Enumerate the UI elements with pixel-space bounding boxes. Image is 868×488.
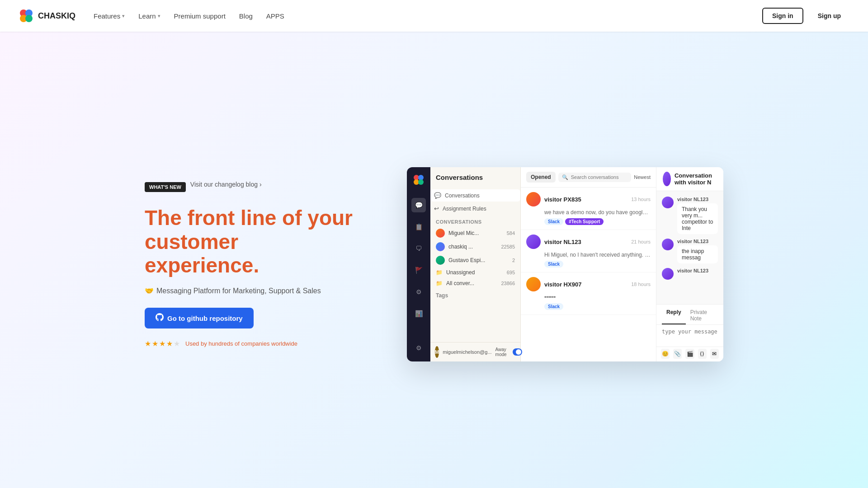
star-2: ★ xyxy=(152,339,158,348)
sidebar-icon-settings-bottom[interactable]: ⚙ xyxy=(411,341,426,355)
conv-nav-assignment-rules[interactable]: ↩ Assignment Rules xyxy=(430,202,520,215)
newest-button[interactable]: Newest xyxy=(634,174,651,180)
search-icon: 🔍 xyxy=(562,174,568,180)
conv-list-left-miguel: Miguel Mic... xyxy=(436,229,479,238)
sidebar-icon-inbox[interactable]: 📋 xyxy=(411,220,426,234)
conv-list-item-chaskiq[interactable]: chaskiq ... 22585 xyxy=(430,240,520,253)
wave-icon: 🤝 xyxy=(145,286,154,295)
sidebar-icon-settings-gear[interactable]: ⚙ xyxy=(411,285,426,299)
unassigned-count: 695 xyxy=(507,270,515,275)
chat-msg-1-content: visitor NL123 Thank you very m... compet… xyxy=(677,197,718,234)
search-box: 🔍 xyxy=(558,173,632,182)
avatar-gustavo xyxy=(436,256,445,265)
logo-text: CHASKIQ xyxy=(38,11,75,21)
avatar-px835 xyxy=(526,192,541,206)
reply-tool-emoji[interactable]: 😊 xyxy=(661,349,670,359)
conv-item-nl123[interactable]: visitor NL123 21 hours Hi Miguel, no I h… xyxy=(521,230,656,272)
nav-premium-support[interactable]: Premium support xyxy=(174,12,226,20)
reply-toolbar: 😊 📎 🎬 ⟨⟩ ✉ xyxy=(656,347,723,361)
main-list-header: Opened 🔍 Newest xyxy=(521,167,656,188)
conv-tags-px835: Slack #Tech Support xyxy=(544,218,651,225)
right-panel-avatar xyxy=(663,172,671,186)
changelog-link[interactable]: Visit our changelog blog › xyxy=(190,181,262,188)
conv-list-name-gustavo: Gustavo Espi... xyxy=(448,257,485,263)
nav-apps[interactable]: APPS xyxy=(266,12,284,20)
conv-badge-gustavo: 2 xyxy=(512,258,515,263)
reply-tool-attach[interactable]: 📎 xyxy=(673,349,682,359)
github-button[interactable]: Go to github repository xyxy=(145,308,254,328)
sidebar-icon-reports[interactable]: 📊 xyxy=(411,306,426,321)
conv-tags-hx907: Slack xyxy=(544,303,651,310)
conv-list-item-unassigned[interactable]: 📁 Unassigned 695 xyxy=(430,267,520,278)
conv-list-item-all[interactable]: 📁 All conver... 23866 xyxy=(430,278,520,289)
avatar-hx907 xyxy=(526,277,541,291)
tab-opened[interactable]: Opened xyxy=(526,172,556,183)
github-icon xyxy=(156,313,164,323)
chat-msg-3-content: visitor NL123 xyxy=(677,268,718,280)
conv-time-nl123: 21 hours xyxy=(631,239,651,244)
sidebar-icon-conversations[interactable]: 💬 xyxy=(411,198,426,212)
reply-tab-reply[interactable]: Reply xyxy=(662,307,686,324)
conv-footer: M miguelmichelson@g... Away mode ⋮ xyxy=(430,342,520,361)
conv-item-px835[interactable]: visitor PX835 13 hours we have a demo no… xyxy=(521,188,656,230)
used-by-text: Used by hundreds of companies worldwide xyxy=(185,340,297,347)
search-input[interactable] xyxy=(571,174,628,180)
nav-learn[interactable]: Learn ▾ xyxy=(138,12,160,20)
tag-tech-px835: #Tech Support xyxy=(565,218,604,225)
logo[interactable]: CHASKIQ xyxy=(18,8,75,24)
chat-messages: visitor NL123 Thank you very m... compet… xyxy=(656,191,723,304)
navbar-right: Sign in Sign up xyxy=(762,8,850,24)
reply-tab-private[interactable]: Private Note xyxy=(686,307,718,324)
whats-new-badge: WHAT'S NEW xyxy=(145,182,186,192)
tag-slack-hx907: Slack xyxy=(544,303,563,310)
logo-icon xyxy=(18,8,34,24)
tag-slack-nl123: Slack xyxy=(544,261,563,267)
nav-blog[interactable]: Blog xyxy=(239,12,253,20)
reply-input[interactable] xyxy=(656,325,723,345)
chat-msg-2-text: the inapp messag xyxy=(677,245,718,263)
star-1: ★ xyxy=(145,339,151,348)
star-3: ★ xyxy=(159,339,165,348)
chat-msg-2-avatar xyxy=(662,239,674,250)
away-mode-toggle[interactable] xyxy=(513,348,522,356)
sidebar-icon-chat[interactable]: 🗨 xyxy=(411,241,426,256)
reply-section: Reply Private Note 😊 📎 🎬 ⟨⟩ ✉ xyxy=(656,304,723,361)
assignment-rules-label: Assignment Rules xyxy=(443,206,486,212)
tags-section: Tags xyxy=(430,289,520,302)
avatar-chaskiq xyxy=(436,242,445,251)
conv-name-px835: visitor PX835 xyxy=(544,196,627,203)
sidebar-icon-flag[interactable]: 🚩 xyxy=(411,263,426,277)
hero-content: WHAT'S NEW Visit our changelog blog › Th… xyxy=(118,140,750,380)
reply-tool-code[interactable]: ⟨⟩ xyxy=(698,349,707,359)
conv-badge-chaskiq: 22585 xyxy=(501,244,515,249)
conv-list-left-all: 📁 All conver... xyxy=(436,280,474,286)
right-panel-header: Conversation with visitor N xyxy=(656,167,723,191)
chat-msg-1-avatar xyxy=(662,197,674,208)
navbar-left: CHASKIQ Features ▾ Learn ▾ Premium suppo… xyxy=(18,8,284,24)
avatar-miguel xyxy=(436,229,445,238)
conv-nav-label: Conversations xyxy=(445,192,480,199)
conv-list-name-miguel: Miguel Mic... xyxy=(448,230,479,236)
conv-msg-hx907: •••••• xyxy=(544,294,651,300)
chat-msg-3: visitor NL123 xyxy=(662,268,718,280)
conv-list-item-miguel[interactable]: Miguel Mic... 584 xyxy=(430,226,520,240)
unassigned-label: Unassigned xyxy=(446,269,475,276)
signin-button[interactable]: Sign in xyxy=(762,8,803,24)
conv-item-hx907[interactable]: visitor HX907 18 hours •••••• Slack xyxy=(521,272,656,315)
chat-msg-2-content: visitor NL123 the inapp messag xyxy=(677,239,718,263)
conv-header: Conversations xyxy=(430,167,520,189)
conv-item-header-px835: visitor PX835 13 hours xyxy=(526,192,651,206)
conv-nav-conversations[interactable]: 💬 Conversations xyxy=(430,189,520,202)
footer-username: miguelmichelson@g... xyxy=(443,349,491,355)
nav-features[interactable]: Features ▾ xyxy=(94,12,125,20)
conv-list-item-gustavo[interactable]: Gustavo Espi... 2 xyxy=(430,253,520,267)
conv-item-header-nl123: visitor NL123 21 hours xyxy=(526,235,651,249)
reply-tabs: Reply Private Note xyxy=(656,305,723,325)
reply-tool-send[interactable]: ✉ xyxy=(710,349,719,359)
reply-tool-gif[interactable]: 🎬 xyxy=(685,349,694,359)
learn-chevron-icon: ▾ xyxy=(158,13,160,19)
main-conversation-list: Opened 🔍 Newest visitor PX835 13 hours xyxy=(521,167,656,361)
folder-icon-all: 📁 xyxy=(436,280,443,286)
hero-section: WHAT'S NEW Visit our changelog blog › Th… xyxy=(0,0,868,488)
signup-button[interactable]: Sign up xyxy=(809,9,850,23)
